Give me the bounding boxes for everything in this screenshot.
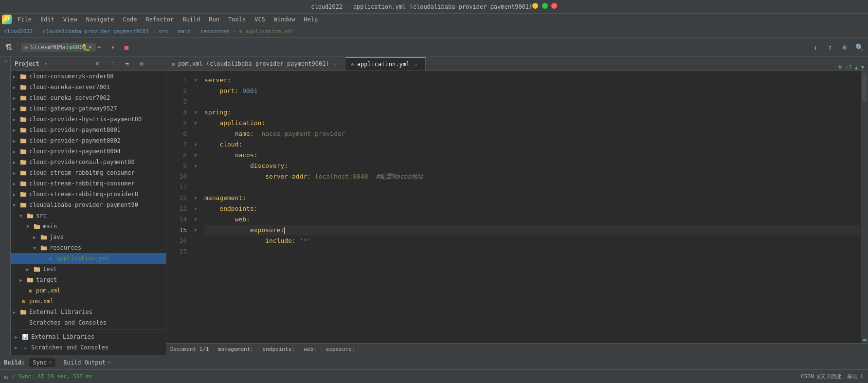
git-update-button[interactable]: ↓ [810, 41, 821, 53]
tree-item[interactable]: ▶test [11, 264, 166, 274]
fold-arrow[interactable] [191, 171, 200, 182]
project-tab-icon[interactable]: P [2, 58, 9, 63]
tree-item[interactable]: ▶cloud-provider-payment8004 [11, 146, 166, 157]
fold-arrow[interactable]: ▼ [191, 139, 200, 150]
maximize-button[interactable] [542, 3, 548, 9]
tree-item[interactable]: ▶cloud-gateway-gateway9527 [11, 103, 166, 114]
project-structure-button[interactable]: 🏗 [3, 41, 15, 53]
path-endpoints[interactable]: endpoints: [263, 346, 295, 352]
collapse-icon[interactable]: ▲ [855, 64, 858, 71]
close-button[interactable] [551, 3, 557, 9]
breadcrumb-cloud2022[interactable]: cloud2022 [4, 28, 33, 35]
menu-item-edit[interactable]: Edit [36, 15, 58, 24]
fold-arrow[interactable]: ▼ [191, 107, 200, 118]
eye-icon[interactable]: 👁 [837, 64, 843, 71]
editor-scrollbar[interactable] [861, 71, 868, 343]
profile-button[interactable]: ⚡ [107, 41, 119, 53]
scrollbar-thumb[interactable] [862, 73, 867, 102]
minimize-button[interactable] [532, 3, 538, 9]
close-pom-tab[interactable]: × [332, 60, 339, 67]
menu-item-window[interactable]: Window [270, 15, 299, 24]
expand-icon[interactable]: ▼ [861, 64, 864, 71]
menu-item-navigate[interactable]: Navigate [82, 15, 118, 24]
menu-item-help[interactable]: Help [300, 15, 322, 24]
menu-item-run[interactable]: Run [205, 15, 223, 24]
run-button[interactable]: ▶ [66, 41, 78, 53]
add-module-button[interactable]: ⊕ [92, 58, 104, 70]
sync-tab-close[interactable]: × [49, 360, 52, 365]
build-output-tab-close[interactable]: × [108, 360, 110, 365]
tree-item[interactable]: ▶cloud-eureka-server7002 [11, 92, 166, 103]
tree-item[interactable]: ▶java [11, 232, 166, 242]
tree-item[interactable]: ▶cloud-provider-hystrix-payment80 [11, 114, 166, 125]
breadcrumb-module[interactable]: cloudalibaba-provider-payment9001 [42, 28, 149, 35]
close-yml-tab[interactable]: × [413, 61, 419, 68]
tree-item[interactable]: ▼resources [11, 242, 166, 253]
tree-item[interactable]: ▶cloud-eureka-server7001 [11, 82, 166, 92]
code-editor[interactable]: server: port: 9001spring: application: n… [200, 71, 861, 343]
fold-arrow[interactable]: ▼ [191, 161, 200, 171]
tab-application-yml[interactable]: ⚙ application.yml × [345, 57, 426, 71]
git-push-button[interactable]: ↑ [824, 41, 836, 53]
tab-pom-xml[interactable]: m pom.xml (cloudalibaba-provider-payment… [166, 57, 345, 71]
breadcrumb-resources[interactable]: resources [200, 28, 230, 35]
menu-item-vcs[interactable]: VCS [251, 15, 269, 24]
path-web[interactable]: web: [304, 346, 317, 352]
tree-item[interactable]: mpom.xml [11, 285, 166, 296]
tree-item[interactable]: ▶cloud-providerconsul-payment80 [11, 157, 166, 167]
menu-item-code[interactable]: Code [119, 15, 141, 24]
tree-item[interactable]: ▶target [11, 274, 166, 285]
tree-item[interactable]: ⚙application.yml [11, 253, 166, 264]
menu-item-build[interactable]: Build [179, 15, 204, 24]
tree-item[interactable]: ▶cloud-stream-rabbitmq-consumer [11, 178, 166, 189]
gear-icon[interactable]: ⚙ [136, 58, 147, 70]
breadcrumb-main[interactable]: main [178, 28, 191, 35]
tree-item[interactable]: ▼src [11, 210, 166, 221]
tree-item[interactable]: ▼cloudalibaba-provider-payment90 [11, 200, 166, 210]
close-panel-button[interactable]: — [150, 58, 162, 70]
fold-arrow[interactable]: ▼ [191, 150, 200, 161]
tree-item[interactable]: ▶cloud-provider-payment8001 [11, 125, 166, 135]
breadcrumb-bar: cloud2022 › cloudalibaba-provider-paymen… [0, 25, 868, 38]
menu-item-refactor[interactable]: Refactor [142, 15, 178, 24]
external-libraries-item[interactable]: ▶ 📊 External Libraries [11, 331, 166, 342]
fold-arrow[interactable]: ▼ [191, 193, 200, 203]
tree-item[interactable]: mpom.xml [11, 296, 166, 307]
folder-icon [19, 137, 27, 145]
breadcrumb-src[interactable]: src [159, 28, 168, 35]
stop-button[interactable]: ■ [121, 41, 132, 53]
fold-arrow[interactable]: ▼ [191, 75, 200, 86]
autoscroll-button[interactable]: ⇉ [121, 58, 133, 70]
tree-item[interactable]: ▶External Libraries [11, 307, 166, 317]
coverage-button[interactable]: ☂ [93, 41, 105, 53]
collapse-all-button[interactable]: ≡ [107, 58, 118, 70]
folder-icon [33, 265, 41, 273]
menu-item-tools[interactable]: Tools [224, 15, 250, 24]
scratches-consoles-item[interactable]: ▶ ✏ Scratches and Consoles [11, 342, 166, 353]
fold-arrow[interactable]: ▼ [191, 214, 200, 225]
path-exposure[interactable]: exposure: [326, 346, 355, 352]
debug-button[interactable]: 🐛 [80, 41, 91, 53]
run-config-dropdown[interactable]: ▶ StreamMQMain8803 ▾ [53, 41, 64, 53]
build-output-tab[interactable]: Build Output × [59, 358, 114, 367]
settings-button[interactable]: ⚙ [839, 41, 850, 53]
fold-arrow[interactable]: ▼ [191, 203, 200, 214]
menu-item-file[interactable]: File [14, 15, 36, 24]
tree-item[interactable]: Scratches and Consoles [11, 317, 166, 328]
fold-arrow[interactable]: ▼ [191, 225, 200, 236]
path-management[interactable]: management: [218, 346, 253, 352]
folder-icon [19, 169, 27, 177]
tree-item-label: main [43, 223, 57, 230]
search-everywhere-button[interactable]: 🔍 [853, 41, 865, 53]
tree-item[interactable]: ▶cloud-provider-payment8002 [11, 135, 166, 146]
tree-item[interactable]: ▶cloud-stream-rabbitmq-consumer [11, 167, 166, 178]
fold-arrow[interactable] [191, 236, 200, 246]
fold-arrow[interactable]: ▼ [191, 118, 200, 128]
menu-item-view[interactable]: View [59, 15, 81, 24]
sync-tab[interactable]: Sync × [29, 358, 55, 367]
tree-item[interactable]: ▶cloud-stream-rabbitmq-provider8 [11, 189, 166, 200]
fold-arrow[interactable] [191, 128, 200, 139]
tree-item[interactable]: ▶cloud-consumerzk-order80 [11, 71, 166, 82]
tree-item[interactable]: ▼main [11, 221, 166, 232]
tree-item-label: cloudalibaba-provider-payment90 [29, 201, 138, 208]
